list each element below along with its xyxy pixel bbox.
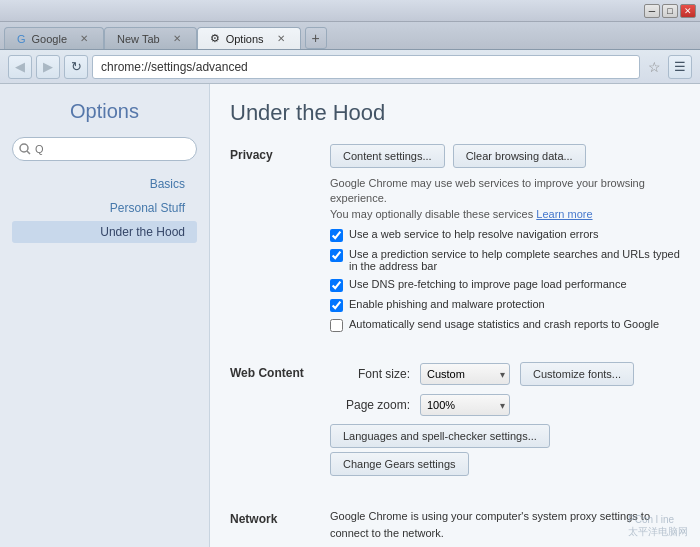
checkbox-phishing-input[interactable] [330, 299, 343, 312]
minimize-button[interactable]: ─ [644, 4, 660, 18]
clear-browsing-data-button[interactable]: Clear browsing data... [453, 144, 586, 168]
tab-google[interactable]: G Google ✕ [4, 27, 104, 49]
tab-label-options: Options [226, 33, 264, 45]
address-bar[interactable]: chrome://settings/advanced [92, 55, 640, 79]
address-text: chrome://settings/advanced [101, 60, 631, 74]
refresh-button[interactable]: ↻ [64, 55, 88, 79]
web-content-content: Font size: Custom Very Small Small Mediu… [330, 362, 680, 484]
checkbox-prediction-input[interactable] [330, 249, 343, 262]
tab-options[interactable]: ⚙ Options ✕ [197, 27, 301, 49]
page-title: Under the Hood [230, 100, 680, 126]
sidebar-item-under-the-hood[interactable]: Under the Hood [12, 221, 197, 243]
checkbox-nav-errors: Use a web service to help resolve naviga… [330, 228, 680, 242]
languages-settings-button[interactable]: Languages and spell-checker settings... [330, 424, 550, 448]
network-section: Network Google Chrome is using your comp… [230, 508, 680, 547]
sidebar-item-basics[interactable]: Basics [12, 173, 197, 195]
tab-bar: G Google ✕ New Tab ✕ ⚙ Options ✕ + [0, 22, 700, 50]
web-content-label: Web Content [230, 362, 330, 484]
maximize-button[interactable]: □ [662, 4, 678, 18]
checkbox-stats: Automatically send usage statistics and … [330, 318, 680, 332]
tab-label-google: Google [32, 33, 67, 45]
window-controls: ─ □ ✕ [644, 4, 696, 18]
font-size-select-wrapper: Custom Very Small Small Medium Large Ver… [420, 363, 510, 385]
checkbox-dns-label: Use DNS pre-fetching to improve page loa… [349, 278, 627, 290]
settings-panel: Under the Hood Privacy Content settings.… [210, 84, 700, 547]
font-size-select[interactable]: Custom Very Small Small Medium Large Ver… [420, 363, 510, 385]
network-label: Network [230, 508, 330, 547]
privacy-description: Google Chrome may use web services to im… [330, 176, 680, 222]
privacy-content: Content settings... Clear browsing data.… [330, 144, 680, 338]
checkbox-dns: Use DNS pre-fetching to improve page loa… [330, 278, 680, 292]
font-size-row: Font size: Custom Very Small Small Mediu… [330, 362, 680, 386]
watermark: PCon l ine太平洋电脑网 [628, 514, 688, 539]
title-bar: ─ □ ✕ [0, 0, 700, 22]
web-content-buttons: Languages and spell-checker settings... … [330, 424, 680, 476]
change-gears-button[interactable]: Change Gears settings [330, 452, 469, 476]
close-button[interactable]: ✕ [680, 4, 696, 18]
bookmark-star-icon[interactable]: ☆ [644, 57, 664, 77]
tab-label-newtab: New Tab [117, 33, 160, 45]
checkbox-dns-input[interactable] [330, 279, 343, 292]
checkbox-prediction-label: Use a prediction service to help complet… [349, 248, 680, 272]
new-tab-button[interactable]: + [305, 27, 327, 49]
page-zoom-label: Page zoom: [330, 398, 410, 412]
page-zoom-row: Page zoom: 75% 90% 100% 110% 125% 150% [330, 394, 680, 416]
privacy-buttons: Content settings... Clear browsing data.… [330, 144, 680, 168]
sidebar-item-personal-stuff[interactable]: Personal Stuff [12, 197, 197, 219]
content-settings-button[interactable]: Content settings... [330, 144, 445, 168]
tab-close-options[interactable]: ✕ [274, 32, 288, 46]
checkbox-nav-errors-input[interactable] [330, 229, 343, 242]
checkbox-nav-errors-label: Use a web service to help resolve naviga… [349, 228, 598, 240]
checkbox-phishing-label: Enable phishing and malware protection [349, 298, 545, 310]
learn-more-link[interactable]: Learn more [536, 208, 592, 220]
checkbox-prediction: Use a prediction service to help complet… [330, 248, 680, 272]
forward-button[interactable]: ▶ [36, 55, 60, 79]
sidebar: Options Basics Personal Stuff Under the … [0, 84, 210, 547]
search-input[interactable] [12, 137, 197, 161]
tab-close-newtab[interactable]: ✕ [170, 32, 184, 46]
nav-bar: ◀ ▶ ↻ chrome://settings/advanced ☆ ☰ [0, 50, 700, 84]
sidebar-title: Options [12, 100, 197, 123]
tab-favicon-options: ⚙ [210, 32, 220, 45]
checkbox-stats-label: Automatically send usage statistics and … [349, 318, 659, 330]
tab-close-google[interactable]: ✕ [77, 32, 91, 46]
privacy-section: Privacy Content settings... Clear browsi… [230, 144, 680, 338]
web-content-section: Web Content Font size: Custom Very Small… [230, 362, 680, 484]
back-button[interactable]: ◀ [8, 55, 32, 79]
main-content: Options Basics Personal Stuff Under the … [0, 84, 700, 547]
checkbox-stats-input[interactable] [330, 319, 343, 332]
page-zoom-select-wrapper: 75% 90% 100% 110% 125% 150% [420, 394, 510, 416]
wrench-menu-button[interactable]: ☰ [668, 55, 692, 79]
font-size-label: Font size: [330, 367, 410, 381]
customize-fonts-button[interactable]: Customize fonts... [520, 362, 634, 386]
privacy-label: Privacy [230, 144, 330, 338]
tab-favicon-google: G [17, 33, 26, 45]
page-zoom-select[interactable]: 75% 90% 100% 110% 125% 150% [420, 394, 510, 416]
checkbox-phishing: Enable phishing and malware protection [330, 298, 680, 312]
tab-newtab[interactable]: New Tab ✕ [104, 27, 197, 49]
